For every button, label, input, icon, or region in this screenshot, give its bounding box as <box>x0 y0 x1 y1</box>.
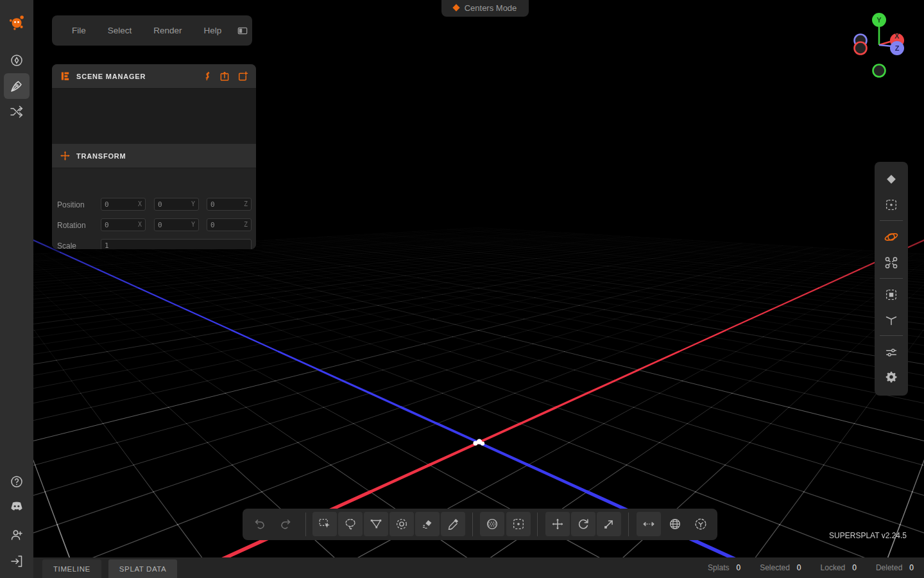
undo-button[interactable] <box>248 512 272 536</box>
pen-tool-icon <box>9 78 24 94</box>
compass-icon <box>9 53 24 68</box>
toolbar-divider <box>880 278 903 279</box>
sidebar-item-discord[interactable] <box>4 493 30 519</box>
counter-label: Locked <box>821 563 846 572</box>
lasso-select-icon <box>343 517 357 531</box>
view-axis-gizmo[interactable]: X Z Y <box>847 8 924 82</box>
rotation-label: Rotation <box>57 221 86 230</box>
counter-label: Splats <box>708 563 729 572</box>
position-y-field[interactable]: Y <box>154 198 199 211</box>
supersplat-logo-icon <box>7 13 26 32</box>
toolbar-divider <box>628 512 629 536</box>
import-button[interactable] <box>219 71 230 82</box>
counter-value: 0 <box>852 563 857 572</box>
rotation-y-field[interactable]: Y <box>154 218 199 231</box>
scale-input[interactable] <box>101 240 251 249</box>
coord-space-toggle[interactable] <box>637 512 661 536</box>
move-tool[interactable] <box>545 512 570 536</box>
frame-selection-button[interactable] <box>878 282 904 308</box>
toolbar-divider <box>305 512 306 536</box>
gizmo-x-label: X <box>894 32 900 40</box>
position-label: Position <box>57 200 85 209</box>
undo-icon <box>253 517 267 531</box>
pivot-mode-button[interactable] <box>689 512 713 536</box>
axis-suffix: X <box>138 200 142 207</box>
sidebar-item-shuffle[interactable] <box>4 99 30 125</box>
sidebar-item-signin[interactable] <box>4 548 30 574</box>
rotation-x-field[interactable]: X <box>101 218 146 231</box>
scene-manager-header[interactable]: SCENE MANAGER <box>52 64 256 89</box>
sidebar-item-explore[interactable] <box>4 48 30 73</box>
position-z-field[interactable]: Z <box>207 198 252 211</box>
menu-render[interactable]: Render <box>142 26 193 35</box>
counter-value: 0 <box>797 563 801 572</box>
position-x-field[interactable]: X <box>101 198 146 211</box>
tab-timeline[interactable]: TIMELINE <box>42 559 101 578</box>
drone-icon <box>884 255 899 270</box>
scale-tool-icon <box>602 517 616 531</box>
help-icon <box>9 474 24 489</box>
frame-selection-icon <box>884 288 898 302</box>
new-scene-button[interactable] <box>237 71 248 82</box>
paint-select-tool[interactable] <box>415 512 440 536</box>
tab-splat-data[interactable]: SPLAT DATA <box>108 559 178 578</box>
orbit-camera-button[interactable] <box>878 224 904 250</box>
menu-file[interactable]: File <box>61 26 97 35</box>
centers-mode-icon <box>884 198 898 212</box>
sidebar-item-invite[interactable] <box>4 522 30 548</box>
toolbar-divider <box>537 512 538 536</box>
bottom-toolbar <box>243 509 717 540</box>
picker-select-tool[interactable] <box>441 512 465 536</box>
sidebar-item-help[interactable] <box>4 469 30 495</box>
version-label: SUPERSPLAT v2.24.5 <box>829 531 907 540</box>
sphere-icon <box>485 517 499 531</box>
scene-list-empty[interactable] <box>52 89 256 144</box>
transform-header[interactable]: TRANSFORM <box>52 144 256 168</box>
rotation-z-field[interactable]: Z <box>207 218 252 231</box>
view-options-button[interactable] <box>878 340 904 365</box>
transform-body: Position X Y Z Rotation X Y Z Scale <box>52 168 256 249</box>
redo-button[interactable] <box>273 512 298 536</box>
publish-button[interactable] <box>203 71 212 82</box>
fly-camera-button[interactable] <box>878 250 904 276</box>
axis-suffix: X <box>138 221 142 228</box>
gizmo-neg-y-ball[interactable] <box>873 65 886 77</box>
move-tool-icon <box>551 517 565 531</box>
box-selection-button[interactable] <box>506 512 531 536</box>
orbit-icon <box>884 229 899 245</box>
splat-mode-button[interactable] <box>878 166 904 192</box>
publish-icon <box>203 71 212 82</box>
brush-select-tool[interactable] <box>389 512 414 536</box>
panel-toggle-button[interactable] <box>236 24 249 37</box>
polygon-select-tool[interactable] <box>364 512 388 536</box>
diamond-icon <box>884 172 898 186</box>
scale-tool[interactable] <box>597 512 621 536</box>
scene-manager-panel: SCENE MANAGER TRANSFORM Position <box>52 64 256 249</box>
sphere-selection-button[interactable] <box>480 512 504 536</box>
sign-in-icon <box>9 554 24 569</box>
tripod-axes-icon <box>884 312 899 328</box>
lasso-select-tool[interactable] <box>338 512 363 536</box>
counter-value: 0 <box>909 563 914 572</box>
toolbar-divider <box>472 512 473 536</box>
settings-button[interactable] <box>878 364 904 390</box>
menu-help[interactable]: Help <box>193 26 233 35</box>
discord-icon <box>8 498 25 514</box>
reset-view-button[interactable] <box>878 307 904 333</box>
gizmo-z-label: Z <box>895 44 900 52</box>
world-space-button[interactable] <box>663 512 687 536</box>
app-logo[interactable] <box>4 10 30 35</box>
counter-label: Selected <box>760 563 790 572</box>
rotate-tool[interactable] <box>571 512 595 536</box>
scene-list-icon <box>60 71 71 82</box>
mode-badge[interactable]: Centers Mode <box>441 0 529 17</box>
rect-select-tool[interactable] <box>312 512 337 536</box>
menu-select[interactable]: Select <box>97 26 143 35</box>
sidebar-item-editor[interactable] <box>4 73 30 99</box>
scale-field[interactable] <box>101 239 252 249</box>
centers-mode-button[interactable] <box>878 192 904 218</box>
counter-value: 0 <box>736 563 740 572</box>
gizmo-z-line <box>879 45 892 46</box>
axis-suffix: Y <box>191 200 195 207</box>
gizmo-neg-x-ball[interactable] <box>855 42 867 55</box>
